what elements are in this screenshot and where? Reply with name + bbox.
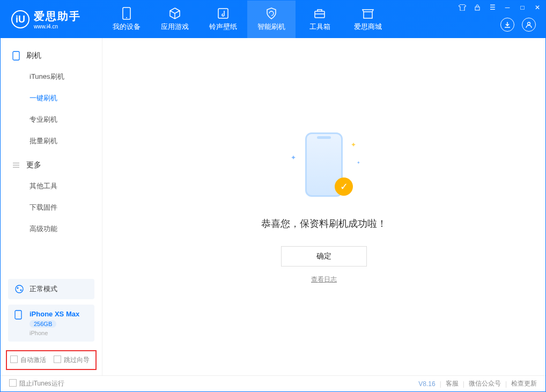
app-name: 爱思助手 [34, 9, 81, 24]
sparkle-icon: ✦ [351, 141, 356, 149]
sidebar-item-download-firmware[interactable]: 下载固件 [1, 197, 102, 218]
lock-icon[interactable] [471, 3, 483, 12]
svg-point-11 [16, 285, 23, 293]
main-content: ✦ ✦ ✦ ✓ 恭喜您，保资料刷机成功啦！ 确定 查看日志 [102, 38, 545, 375]
checkbox-icon [9, 379, 17, 387]
mode-label: 正常模式 [29, 284, 57, 294]
app-logo-icon: iU [11, 10, 29, 28]
sparkle-icon: ✦ [357, 160, 360, 165]
window-controls: ☰ ─ □ ✕ [456, 3, 543, 12]
tshirt-icon[interactable] [456, 3, 468, 12]
view-log-link[interactable]: 查看日志 [311, 275, 337, 284]
sidebar: 刷机 iTunes刷机 一键刷机 专业刷机 批量刷机 更多 其他工具 下载固件 … [1, 38, 102, 375]
sidebar-item-other-tools[interactable]: 其他工具 [1, 175, 102, 197]
tab-label: 工具箱 [309, 22, 330, 32]
shield-refresh-icon [265, 7, 278, 20]
store-icon [361, 7, 374, 20]
svg-rect-14 [15, 310, 21, 319]
mode-icon [14, 284, 24, 294]
check-update-link[interactable]: 检查更新 [511, 379, 537, 388]
sidebar-item-oneclick-flash[interactable]: 一键刷机 [1, 87, 102, 109]
checkbox-icon [54, 356, 61, 363]
maximize-button[interactable]: □ [517, 3, 528, 12]
header-right-icons [500, 18, 536, 32]
device-small-icon [14, 310, 24, 320]
device-mode-box[interactable]: 正常模式 [8, 279, 94, 299]
checkbox-icon [10, 356, 18, 363]
svg-point-1 [126, 17, 127, 18]
toolbox-icon [313, 7, 326, 20]
music-note-icon [217, 7, 230, 20]
tab-ringtones[interactable]: 铃声壁纸 [199, 1, 247, 38]
checkbox-auto-activate[interactable]: 自动激活 [10, 356, 46, 365]
svg-rect-2 [218, 9, 228, 18]
version-label: V8.16 [418, 380, 435, 388]
tab-apps-games[interactable]: 应用游戏 [151, 1, 199, 38]
svg-rect-3 [315, 11, 324, 18]
device-name: iPhone XS Max [29, 310, 79, 318]
svg-point-6 [528, 23, 530, 25]
cube-icon [168, 7, 181, 20]
list-icon [12, 161, 20, 169]
sidebar-group-flash[interactable]: 刷机 [1, 46, 102, 66]
success-illustration: ✦ ✦ ✦ ✓ [286, 129, 361, 204]
success-check-icon: ✓ [335, 177, 353, 196]
tab-label: 应用游戏 [161, 22, 189, 32]
tab-label: 铃声壁纸 [209, 22, 237, 32]
checkbox-block-itunes[interactable]: 阻止iTunes运行 [9, 379, 64, 388]
app-url: www.i4.cn [34, 24, 81, 29]
wechat-link[interactable]: 微信公众号 [469, 379, 501, 388]
tab-label: 爱思商城 [354, 22, 382, 32]
svg-rect-5 [475, 7, 479, 10]
tab-label: 智能刷机 [257, 22, 285, 32]
download-icon[interactable] [500, 18, 514, 32]
menu-icon[interactable]: ☰ [486, 3, 498, 12]
titlebar: iU 爱思助手 www.i4.cn 我的设备 应用游戏 [1, 1, 545, 38]
device-capacity: 256GB [29, 320, 56, 328]
sidebar-item-batch-flash[interactable]: 批量刷机 [1, 130, 102, 152]
svg-rect-7 [13, 51, 19, 60]
tab-label: 我的设备 [113, 22, 141, 32]
sidebar-item-advanced[interactable]: 高级功能 [1, 218, 102, 240]
sidebar-item-itunes-flash[interactable]: iTunes刷机 [1, 66, 102, 87]
support-link[interactable]: 客服 [446, 379, 459, 388]
minimize-button[interactable]: ─ [501, 3, 513, 12]
tab-toolbox[interactable]: 工具箱 [296, 1, 344, 38]
logo-text-block: 爱思助手 www.i4.cn [34, 9, 81, 29]
device-icon [120, 7, 133, 20]
success-message: 恭喜您，保资料刷机成功啦！ [261, 217, 387, 230]
tab-my-device[interactable]: 我的设备 [102, 1, 151, 38]
sidebar-group-more[interactable]: 更多 [1, 155, 102, 175]
device-info-box[interactable]: iPhone XS Max 256GB iPhone [8, 305, 94, 342]
logo-area: iU 爱思助手 www.i4.cn [1, 9, 102, 29]
sparkle-icon: ✦ [291, 154, 296, 161]
checkbox-skip-guide[interactable]: 跳过向导 [54, 356, 90, 365]
phone-icon [12, 51, 20, 61]
group-title: 更多 [26, 160, 41, 170]
svg-point-13 [20, 290, 22, 291]
statusbar: 阻止iTunes运行 V8.16 | 客服 | 微信公众号 | 检查更新 [1, 375, 545, 391]
svg-point-12 [17, 287, 19, 289]
device-type: iPhone [29, 330, 79, 336]
options-highlight-box: 自动激活 跳过向导 [6, 350, 97, 370]
tab-store[interactable]: 爱思商城 [344, 1, 392, 38]
user-icon[interactable] [522, 18, 536, 32]
sidebar-item-pro-flash[interactable]: 专业刷机 [1, 109, 102, 130]
group-title: 刷机 [26, 51, 41, 61]
close-button[interactable]: ✕ [532, 3, 543, 12]
tab-smart-flash[interactable]: 智能刷机 [247, 1, 296, 38]
nav-tabs: 我的设备 应用游戏 铃声壁纸 智能刷机 [102, 1, 392, 38]
ok-button[interactable]: 确定 [281, 246, 367, 267]
